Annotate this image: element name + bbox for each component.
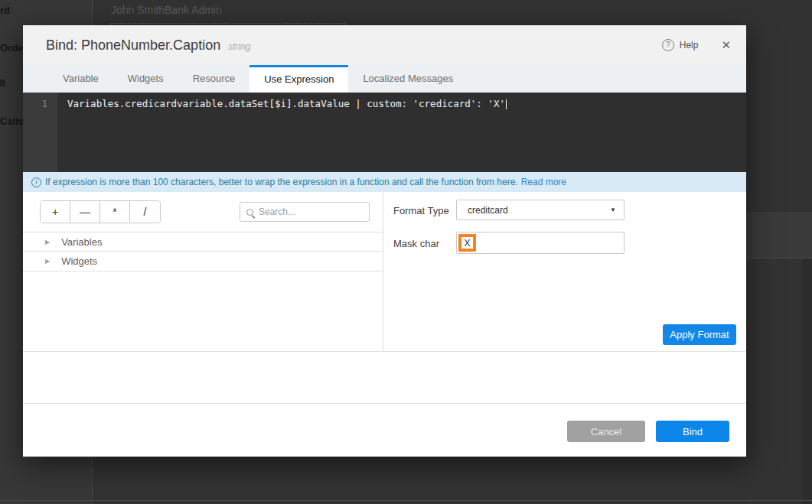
chevron-down-icon: ▼ [610, 206, 616, 213]
read-more-link[interactable]: Read more [521, 177, 566, 187]
background-bottom-divider [0, 500, 812, 501]
background-user-label: John SmithBank Admin [111, 4, 222, 16]
info-banner: i If expression is more than 100 charact… [23, 172, 746, 192]
close-icon[interactable]: ✕ [721, 38, 731, 52]
background-right-strip [802, 259, 812, 504]
format-type-value: creditcard [468, 205, 610, 216]
source-panel: + — * / ▶ Variables ▶ Widgets [23, 192, 383, 351]
tab-widgets[interactable]: Widgets [113, 65, 178, 93]
format-type-label: Format Type [393, 205, 449, 216]
apply-format-button[interactable]: Apply Format [663, 324, 736, 345]
help-button[interactable]: Help [680, 40, 699, 50]
format-type-select[interactable]: creditcard ▼ [456, 200, 624, 220]
sidebar-item-partial [0, 80, 5, 86]
chevron-right-icon[interactable]: ▶ [45, 258, 50, 265]
mask-char-input[interactable]: X [456, 232, 624, 254]
operator-divide-button[interactable]: / [130, 201, 160, 223]
operator-plus-button[interactable]: + [41, 201, 70, 223]
cancel-button[interactable]: Cancel [567, 421, 645, 442]
tab-localized-messages[interactable]: Localized Messages [348, 65, 468, 93]
dialog-empty-area [23, 352, 746, 403]
tab-variable[interactable]: Variable [48, 65, 113, 93]
tab-resource[interactable]: Resource [178, 65, 250, 93]
mask-char-highlighted-value: X [458, 234, 476, 252]
expression-code-line[interactable]: Variables.credicardvariable.dataSet[$i].… [57, 93, 507, 172]
search-input[interactable] [259, 206, 358, 217]
tree-item-widgets[interactable]: ▶ Widgets [23, 252, 383, 272]
format-panel: Format Type creditcard ▼ Mask char X App… [383, 192, 746, 351]
tab-use-expression[interactable]: Use Expression [249, 65, 348, 93]
tree-item-label: Variables [61, 236, 102, 248]
search-icon [246, 209, 253, 216]
bind-dialog: Bind: PhoneNumber.Caption string ? Help … [23, 25, 746, 457]
info-message: If expression is more than 100 character… [45, 177, 518, 187]
mask-char-label: Mask char [393, 238, 439, 249]
operator-button-group: + — * / [40, 200, 161, 223]
search-box [240, 202, 370, 222]
info-icon: i [31, 177, 41, 187]
expression-editor[interactable]: 1 Variables.credicardvariable.dataSet[$i… [23, 93, 746, 172]
editor-line-number: 1 [23, 93, 57, 172]
tree-item-label: Widgets [61, 255, 97, 267]
expression-text: Variables.credicardvariable.dataSet[$i].… [67, 98, 505, 109]
bind-button[interactable]: Bind [656, 421, 729, 442]
tree-item-variables[interactable]: ▶ Variables [23, 232, 383, 252]
dialog-title: Bind: PhoneNumber.Caption [46, 37, 220, 54]
sidebar-item-calls[interactable]: Calls [0, 115, 24, 127]
help-icon[interactable]: ? [662, 39, 674, 51]
background-panel-band [746, 212, 812, 259]
text-cursor [506, 99, 507, 109]
binding-source-tree: ▶ Variables ▶ Widgets [23, 232, 383, 272]
dialog-tabs: Variable Widgets Resource Use Expression… [23, 65, 746, 93]
expression-builder-section: + — * / ▶ Variables ▶ Widgets [23, 192, 746, 352]
bound-property-type: string [228, 38, 250, 52]
dialog-header: Bind: PhoneNumber.Caption string ? Help … [23, 25, 746, 65]
chevron-right-icon[interactable]: ▶ [45, 239, 50, 245]
dialog-footer: Cancel Bind [23, 403, 746, 457]
sidebar-item-rd[interactable]: rd [0, 5, 10, 16]
operator-minus-button[interactable]: — [70, 201, 100, 223]
operator-multiply-button[interactable]: * [100, 201, 130, 223]
